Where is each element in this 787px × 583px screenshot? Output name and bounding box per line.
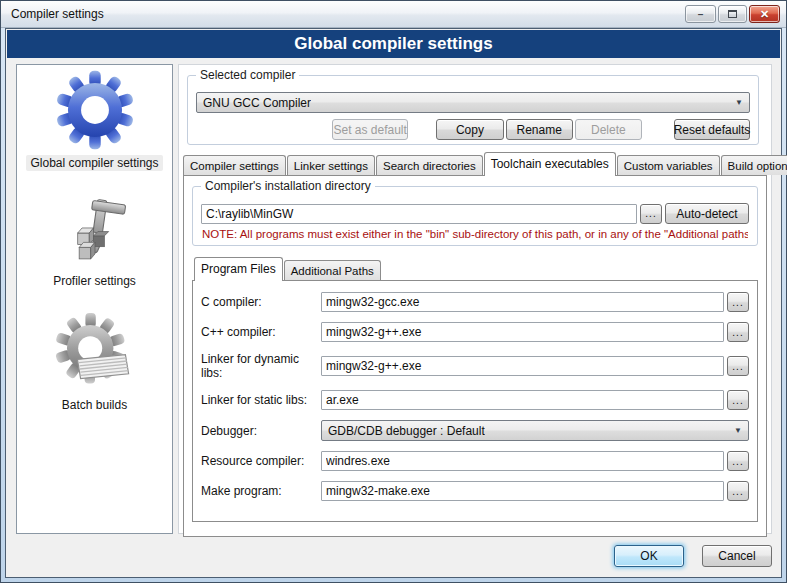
caliper-cubes-icon	[59, 197, 131, 269]
make-program-input[interactable]	[321, 481, 724, 501]
installation-directory-legend: Compiler's installation directory	[201, 179, 375, 193]
settings-tab-strip: Compiler settings Linker settings Search…	[183, 151, 767, 175]
form-row-dynamic-linker: Linker for dynamic libs: ...	[201, 352, 749, 380]
ellipsis-icon: ...	[732, 297, 743, 308]
cpp-compiler-browse-button[interactable]: ...	[727, 322, 749, 342]
debugger-select-value: GDB/CDB debugger : Default	[328, 424, 485, 438]
ellipsis-icon: ...	[732, 486, 743, 497]
tab-build-options[interactable]: Build options	[721, 155, 787, 175]
field-label: Make program:	[201, 484, 321, 498]
ellipsis-icon: ...	[732, 361, 743, 372]
program-files-tab-strip: Program Files Additional Paths	[194, 256, 756, 280]
ok-button[interactable]: OK	[614, 545, 684, 567]
chevron-down-icon: ▼	[729, 98, 743, 107]
sidebar-item-global-compiler-settings[interactable]: Global compiler settings	[17, 69, 172, 171]
tab-search-directories[interactable]: Search directories	[376, 155, 483, 175]
page-title: Global compiler settings	[7, 30, 780, 58]
delete-button[interactable]: Delete	[575, 119, 642, 140]
tab-compiler-settings[interactable]: Compiler settings	[183, 155, 286, 175]
toolchain-executables-panel: Compiler's installation directory ... Au…	[183, 175, 767, 537]
minimize-icon: –	[698, 9, 704, 20]
tab-additional-paths[interactable]: Additional Paths	[284, 260, 381, 280]
close-button[interactable]: ✕	[749, 5, 780, 23]
ellipsis-icon: ...	[645, 208, 656, 219]
tab-toolchain-executables[interactable]: Toolchain executables	[484, 152, 616, 176]
sidebar-item-label: Profiler settings	[49, 273, 140, 289]
installation-note: NOTE: All programs must exist either in …	[202, 228, 748, 240]
sidebar-item-label: Global compiler settings	[26, 155, 162, 171]
form-row-static-linker: Linker for static libs: ...	[201, 390, 749, 410]
field-label: C compiler:	[201, 295, 321, 309]
field-label: C++ compiler:	[201, 325, 321, 339]
settings-category-list: Global compiler settings	[16, 64, 173, 534]
form-row-debugger: Debugger: GDB/CDB debugger : Default ▼	[201, 420, 749, 441]
compiler-settings-dialog: Compiler settings – ✕ Global compiler se…	[0, 0, 787, 583]
installation-directory-group: Compiler's installation directory ... Au…	[192, 186, 758, 246]
installation-directory-row: ... Auto-detect	[201, 203, 749, 224]
field-label: Linker for static libs:	[201, 393, 321, 407]
copy-button[interactable]: Copy	[436, 119, 503, 140]
static-linker-browse-button[interactable]: ...	[727, 390, 749, 410]
reset-defaults-button[interactable]: Reset defaults	[674, 119, 750, 140]
chevron-down-icon: ▼	[728, 426, 742, 435]
close-icon: ✕	[760, 8, 769, 21]
dynamic-linker-input[interactable]	[321, 356, 724, 376]
field-label: Linker for dynamic libs:	[201, 352, 321, 380]
debugger-select[interactable]: GDB/CDB debugger : Default ▼	[321, 420, 749, 441]
global-compiler-settings-panel: Selected compiler GNU GCC Compiler ▼ Set…	[178, 64, 772, 534]
ellipsis-icon: ...	[732, 456, 743, 467]
installation-directory-browse-button[interactable]: ...	[640, 204, 662, 224]
titlebar[interactable]: Compiler settings – ✕	[1, 1, 786, 28]
make-program-browse-button[interactable]: ...	[727, 481, 749, 501]
resource-compiler-browse-button[interactable]: ...	[727, 451, 749, 471]
tab-linker-settings[interactable]: Linker settings	[287, 155, 375, 175]
gray-gear-papers-icon	[55, 313, 135, 393]
program-files-panel: C compiler: ... C++ compiler:	[192, 280, 758, 522]
compiler-select-value: GNU GCC Compiler	[203, 96, 311, 110]
cancel-button[interactable]: Cancel	[702, 545, 772, 567]
form-row-cpp-compiler: C++ compiler: ...	[201, 322, 749, 342]
selected-compiler-legend: Selected compiler	[196, 68, 299, 82]
form-row-c-compiler: C compiler: ...	[201, 292, 749, 312]
dynamic-linker-browse-button[interactable]: ...	[727, 356, 749, 376]
sidebar-item-batch-builds[interactable]: Batch builds	[17, 313, 172, 413]
tab-custom-variables[interactable]: Custom variables	[617, 155, 720, 175]
maximize-button[interactable]	[718, 5, 747, 23]
minimize-button[interactable]: –	[685, 5, 716, 23]
rename-button[interactable]: Rename	[506, 119, 573, 140]
resource-compiler-input[interactable]	[321, 451, 724, 471]
ellipsis-icon: ...	[732, 395, 743, 406]
compiler-buttons-row: Set as default Copy Rename Delete Reset …	[196, 119, 750, 140]
field-label: Debugger:	[201, 424, 321, 438]
dialog-footer: OK Cancel	[614, 545, 772, 567]
auto-detect-button[interactable]: Auto-detect	[665, 203, 749, 224]
field-label: Resource compiler:	[201, 454, 321, 468]
dialog-client-area: Global compiler settings	[5, 28, 782, 578]
blue-gear-icon	[54, 69, 136, 151]
installation-directory-input[interactable]	[201, 204, 637, 224]
maximize-icon	[728, 10, 737, 18]
c-compiler-input[interactable]	[321, 292, 724, 312]
selected-compiler-group: Selected compiler GNU GCC Compiler ▼ Set…	[187, 75, 759, 145]
set-as-default-button[interactable]: Set as default	[332, 119, 408, 140]
compiler-select[interactable]: GNU GCC Compiler ▼	[196, 92, 750, 113]
sidebar-item-label: Batch builds	[58, 397, 131, 413]
sidebar-item-profiler-settings[interactable]: Profiler settings	[17, 197, 172, 289]
form-row-make-program: Make program: ...	[201, 481, 749, 501]
static-linker-input[interactable]	[321, 390, 724, 410]
window-controls: – ✕	[685, 5, 780, 23]
ellipsis-icon: ...	[732, 327, 743, 338]
form-row-resource-compiler: Resource compiler: ...	[201, 451, 749, 471]
cpp-compiler-input[interactable]	[321, 322, 724, 342]
tab-program-files[interactable]: Program Files	[194, 257, 283, 281]
c-compiler-browse-button[interactable]: ...	[727, 292, 749, 312]
window-title: Compiler settings	[11, 7, 104, 21]
